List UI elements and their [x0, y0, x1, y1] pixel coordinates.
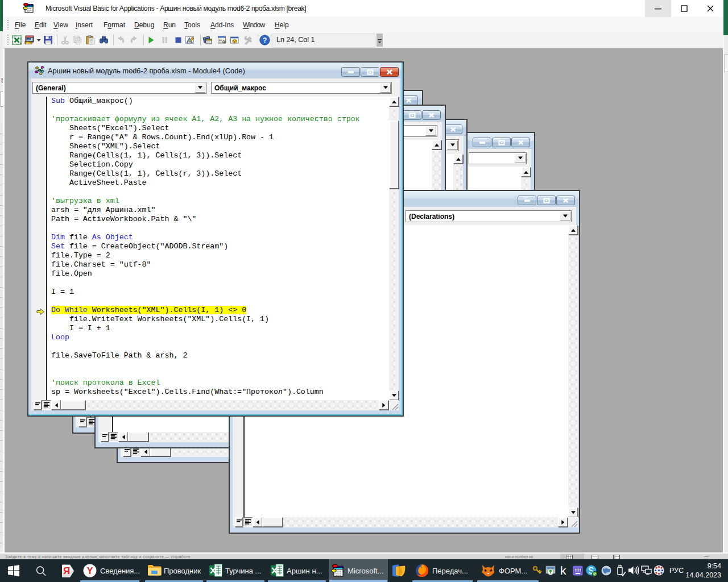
svg-text:?: ?: [263, 36, 267, 44]
svg-text:Я: Я: [63, 566, 70, 576]
svg-text:Y: Y: [87, 566, 93, 576]
